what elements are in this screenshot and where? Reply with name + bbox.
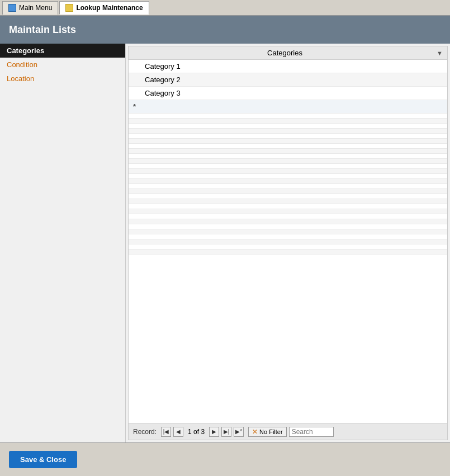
table-row: [129, 179, 447, 184]
table-row: [129, 234, 447, 239]
nav-new-button[interactable]: ▶*: [234, 427, 244, 437]
table-row: [129, 209, 447, 214]
no-filter-label: No Filter: [259, 428, 283, 435]
table-row: [129, 114, 447, 119]
tab-main-menu-label: Main Menu: [19, 4, 52, 12]
bottom-bar: Save & Close: [0, 442, 450, 476]
table-row: [129, 219, 447, 224]
table-row: [129, 164, 447, 169]
sidebar: Categories Condition Location: [0, 44, 126, 442]
lookup-icon: [65, 4, 73, 12]
dropdown-arrow-icon[interactable]: ▼: [437, 50, 443, 56]
data-table: Category 1 Category 2 Category 3 *: [129, 60, 447, 255]
tab-lookup-maintenance-label: Lookup Maintenance: [76, 4, 143, 12]
table-row[interactable]: Category 3: [129, 87, 447, 100]
table-row: [129, 154, 447, 159]
table-row: [129, 189, 447, 194]
sidebar-item-categories-label: Categories: [7, 46, 44, 55]
page-header: Maintain Lists: [0, 16, 450, 44]
table-row: [129, 144, 447, 149]
table-row: [129, 134, 447, 139]
table-row: [129, 204, 447, 209]
table-header: Categories ▼: [129, 46, 447, 60]
of-label: of: [193, 428, 201, 436]
table-row: [129, 224, 447, 229]
save-close-button[interactable]: Save & Close: [9, 451, 77, 468]
table-row: [129, 169, 447, 174]
table-column-header: Categories: [133, 49, 437, 57]
sidebar-item-condition-label: Condition: [7, 60, 37, 69]
sidebar-item-location[interactable]: Location: [0, 72, 125, 86]
new-row-marker: *: [129, 100, 140, 114]
main-menu-icon: [8, 4, 16, 12]
record-label: Record:: [133, 428, 157, 436]
search-input[interactable]: [289, 427, 334, 437]
sidebar-item-location-label: Location: [7, 74, 34, 83]
right-panel: Categories ▼ Category 1 Category 2: [128, 46, 448, 440]
nav-last-button[interactable]: ▶|: [221, 427, 231, 437]
row-marker-1: [129, 60, 140, 73]
navigation-bar: Record: |◀ ◀ 1 of 3 ▶ ▶| ▶* ✕ No Filter: [129, 423, 447, 440]
table-cell-1[interactable]: Category 1: [140, 60, 447, 73]
record-info: 1 of 3: [188, 428, 205, 436]
table-row: [129, 229, 447, 234]
table-row: [129, 244, 447, 249]
table-row[interactable]: Category 1: [129, 60, 447, 73]
main-content: Categories Condition Location Categories…: [0, 44, 450, 442]
table-row: [129, 194, 447, 199]
table-area[interactable]: Category 1 Category 2 Category 3 *: [129, 60, 447, 423]
table-row: [129, 119, 447, 124]
sidebar-item-condition[interactable]: Condition: [0, 58, 125, 72]
nav-next-button[interactable]: ▶: [209, 427, 219, 437]
table-cell-2[interactable]: Category 2: [140, 73, 447, 87]
row-marker-3: [129, 87, 140, 100]
table-row: [129, 124, 447, 129]
new-row-cell[interactable]: [140, 100, 447, 114]
table-row: [129, 174, 447, 179]
total-records: 3: [201, 428, 205, 436]
no-filter-button[interactable]: ✕ No Filter: [248, 427, 287, 437]
sidebar-item-categories[interactable]: Categories: [0, 44, 125, 58]
table-row: [129, 239, 447, 244]
row-marker-2: [129, 73, 140, 87]
table-row: [129, 159, 447, 164]
table-row: [129, 129, 447, 134]
table-row: [129, 249, 447, 255]
tab-main-menu[interactable]: Main Menu: [2, 1, 58, 15]
table-row[interactable]: Category 2: [129, 73, 447, 87]
table-row: [129, 214, 447, 219]
new-row[interactable]: *: [129, 100, 447, 114]
current-record: 1: [188, 428, 192, 436]
table-cell-3[interactable]: Category 3: [140, 87, 447, 100]
tab-bar: Main Menu Lookup Maintenance: [0, 0, 450, 16]
page-title: Maintain Lists: [9, 24, 76, 36]
table-row: [129, 139, 447, 144]
tab-lookup-maintenance[interactable]: Lookup Maintenance: [59, 1, 149, 15]
table-row: [129, 149, 447, 154]
filter-icon: ✕: [252, 428, 258, 436]
nav-first-button[interactable]: |◀: [161, 427, 171, 437]
nav-prev-button[interactable]: ◀: [173, 427, 183, 437]
table-row: [129, 199, 447, 204]
table-row: [129, 184, 447, 189]
